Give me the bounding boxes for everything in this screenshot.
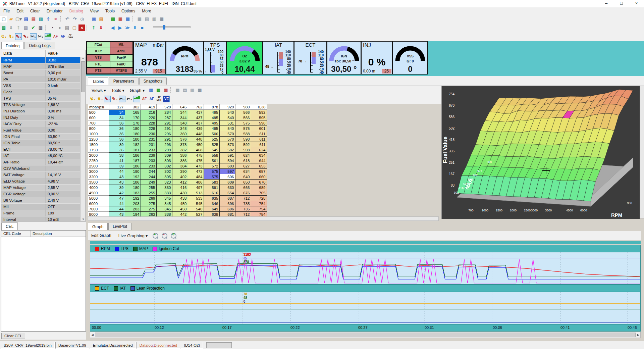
fuel-cell[interactable]: 575 bbox=[235, 126, 251, 131]
tab-liveplot[interactable]: LivePlot bbox=[108, 223, 131, 230]
fuel-cell[interactable]: 345 bbox=[156, 196, 172, 201]
fuel-cell[interactable]: 44 bbox=[109, 201, 125, 206]
table-hscrollbar[interactable] bbox=[88, 216, 439, 221]
fuel-cell[interactable]: 44 bbox=[109, 169, 125, 174]
fuel-cell[interactable]: 220 bbox=[141, 115, 156, 120]
fuel-cell[interactable]: 296 bbox=[156, 131, 172, 137]
save-blue-icon[interactable]: ▤ bbox=[23, 16, 30, 22]
fuel-cell[interactable]: 754 bbox=[251, 206, 267, 212]
fuel-cell[interactable]: 309 bbox=[156, 153, 172, 158]
fuel-col-header-528[interactable]: 528 bbox=[156, 104, 172, 110]
indicator-fanc[interactable]: FanC bbox=[110, 61, 133, 67]
fuel-row-header-2250[interactable]: 2250 bbox=[88, 158, 109, 163]
bolt-1-icon[interactable]: ↯₁ bbox=[89, 96, 96, 102]
stop-icon[interactable]: ■ bbox=[139, 24, 146, 31]
datalog-row-ect[interactable]: ECT78,00 °C bbox=[1, 146, 86, 153]
fuel-cell[interactable]: 231 bbox=[141, 137, 156, 142]
live-graphing-dropdown[interactable]: Live Graphing ▾ bbox=[115, 233, 151, 238]
fuel-cell[interactable]: 187 bbox=[125, 158, 141, 163]
indicator-icut[interactable]: ICut bbox=[87, 48, 110, 54]
fuel-cell[interactable]: 36 bbox=[109, 147, 125, 153]
fuel-cell[interactable]: 540 bbox=[219, 115, 235, 120]
fuel-cell[interactable]: 635 bbox=[204, 196, 219, 201]
down-red-icon[interactable]: ⇩ bbox=[98, 24, 104, 31]
minimize-button[interactable]: – bbox=[599, 0, 614, 7]
col-header-data[interactable]: Data bbox=[1, 50, 45, 57]
graph2-plot[interactable]: 78480 bbox=[90, 292, 641, 324]
paste-arrow-icon[interactable]: ▦ bbox=[148, 87, 154, 94]
play-icon[interactable]: ▶ bbox=[117, 24, 123, 31]
fuel-cell[interactable]: 566 bbox=[235, 115, 251, 120]
fuel-cell[interactable]: 41 bbox=[109, 158, 125, 163]
fuel-cell[interactable]: 437 bbox=[188, 115, 204, 120]
fuel-cell[interactable]: 525 bbox=[204, 137, 219, 142]
fuel-cell[interactable]: 382 bbox=[172, 147, 188, 153]
fuel-cell[interactable]: 603 bbox=[219, 163, 235, 169]
fuel-col-header-929[interactable]: 929 bbox=[219, 104, 235, 110]
cel-col-code[interactable]: CEL Code bbox=[1, 231, 30, 237]
new-dropdown-icon[interactable]: ▢▾ bbox=[15, 16, 22, 22]
fuel-cell[interactable]: 735 bbox=[235, 206, 251, 212]
menu-datalog[interactable]: Datalog bbox=[66, 8, 87, 14]
fuel-cell[interactable]: 575 bbox=[204, 169, 219, 174]
fuel-cell[interactable]: 36 bbox=[109, 137, 125, 142]
fuel-row-header-1250[interactable]: 1250 bbox=[88, 137, 109, 142]
fuel-cell[interactable]: 670 bbox=[251, 180, 267, 185]
slider-thumb[interactable] bbox=[163, 25, 165, 30]
fuel-cell[interactable]: 43 bbox=[109, 180, 125, 185]
menu-file[interactable]: File bbox=[0, 8, 13, 14]
fuel-cell[interactable]: 39 bbox=[109, 185, 125, 190]
fuel-cell[interactable]: 181 bbox=[125, 147, 141, 153]
fuel-cell[interactable]: 345 bbox=[156, 201, 172, 206]
indicator-fuelp[interactable]: FuelP bbox=[110, 54, 133, 61]
fuel-cell[interactable]: 47 bbox=[109, 196, 125, 201]
fuel-cell[interactable]: 165 bbox=[125, 110, 141, 115]
card-icon[interactable]: ▨ bbox=[22, 24, 29, 31]
fuel-row-header-800[interactable]: 800 bbox=[88, 126, 109, 131]
fuel-cell[interactable]: 592 bbox=[235, 142, 251, 147]
tab-datalog[interactable]: Datalog bbox=[1, 42, 24, 49]
fuel-cell[interactable]: 634 bbox=[235, 169, 251, 174]
fuel-cell[interactable]: 495 bbox=[204, 115, 219, 120]
datalog-row-egr-voltage[interactable]: EGR Voltage0,00 V bbox=[1, 191, 86, 197]
fuel-cell[interactable]: 448 bbox=[188, 131, 204, 137]
fuel-cell[interactable]: 598 bbox=[251, 120, 267, 126]
fuel-cell[interactable]: 531 bbox=[219, 120, 235, 126]
playback-slider[interactable] bbox=[153, 26, 191, 28]
table-menu-graph[interactable]: Graph ▾ bbox=[127, 88, 148, 93]
table-menu-views[interactable]: Views ▾ bbox=[89, 88, 109, 93]
surface-plot-3d[interactable]: 75467058650241833525116783Fuel Value9808… bbox=[441, 86, 640, 219]
pencut-2-icon[interactable]: ✂₂ bbox=[37, 33, 44, 40]
fuel-cell[interactable]: 624 bbox=[251, 147, 267, 153]
fuel-cell[interactable]: 473 bbox=[188, 169, 204, 174]
grid-4-icon[interactable]: ▦ bbox=[158, 16, 165, 22]
datalog-row-fuel-value[interactable]: Fuel Value0,00 bbox=[1, 127, 86, 134]
datalog-row-map[interactable]: MAP878 mBar bbox=[1, 63, 86, 70]
af-diff-icon[interactable]: AF DIFF bbox=[67, 33, 73, 40]
cel-col-description[interactable]: Description bbox=[30, 231, 86, 237]
fuel-col-header-419[interactable]: 419 bbox=[141, 104, 156, 110]
fuel-cell[interactable]: 575 bbox=[204, 174, 219, 180]
fuel-row-header-3200[interactable]: 3200 bbox=[88, 174, 109, 180]
fuel-cell[interactable]: 303 bbox=[156, 158, 172, 163]
fuel-cell[interactable]: 696 bbox=[219, 206, 235, 212]
upload-blue-icon[interactable]: ⇧ bbox=[45, 16, 52, 22]
redo-icon[interactable]: ↷ bbox=[71, 16, 78, 22]
fuel-cell[interactable]: 255 bbox=[141, 185, 156, 190]
fuel-cell[interactable]: 178 bbox=[125, 120, 141, 126]
bolt-1-icon[interactable]: ↯₁ bbox=[0, 33, 7, 40]
datalog-row-frame[interactable]: Frame109 bbox=[1, 210, 86, 216]
check-icon[interactable]: ✔ bbox=[30, 24, 37, 31]
fuel-cell[interactable]: 572 bbox=[204, 163, 219, 169]
bolt-2-icon[interactable]: ↯₂ bbox=[97, 96, 103, 102]
fuel-cell[interactable]: 190 bbox=[125, 169, 141, 174]
fuel-cell[interactable]: 540 bbox=[219, 126, 235, 131]
fuel-cell[interactable]: 545 bbox=[204, 147, 219, 153]
fuel-cell[interactable]: 592 bbox=[251, 110, 267, 115]
fuel-cell[interactable]: 386 bbox=[172, 158, 188, 163]
fuel-cell[interactable]: 540 bbox=[188, 206, 204, 212]
fuel-cell[interactable]: 640 bbox=[235, 174, 251, 180]
fuel-cell[interactable]: 705 bbox=[251, 190, 267, 196]
grid-1-icon[interactable]: ▦ bbox=[136, 16, 143, 22]
af-red-icon[interactable]: AF bbox=[141, 96, 148, 102]
